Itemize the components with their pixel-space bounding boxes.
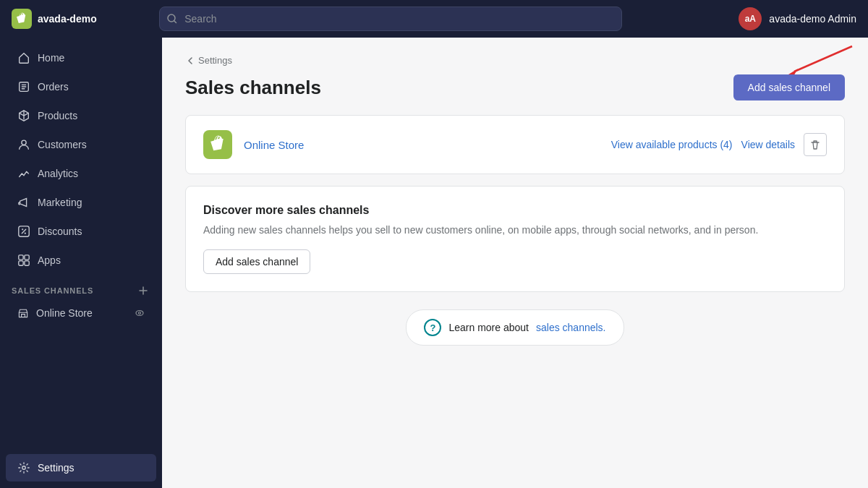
add-sales-channel-button[interactable]: Add sales channel	[733, 74, 845, 100]
marketing-icon	[17, 196, 30, 209]
delete-channel-button[interactable]	[804, 133, 827, 156]
online-store-logo-icon	[203, 130, 232, 159]
search-input[interactable]	[159, 7, 622, 31]
sidebar-channel-online-store[interactable]: Online Store	[6, 301, 156, 325]
learn-more-text: Learn more about	[448, 322, 529, 333]
breadcrumb-text: Settings	[198, 55, 232, 66]
products-icon	[17, 109, 30, 122]
topnav-username: avada-demo Admin	[769, 13, 856, 25]
sidebar-item-products[interactable]: Products	[6, 102, 156, 129]
sidebar-label-apps: Apps	[38, 254, 61, 266]
sidebar-item-analytics[interactable]: Analytics	[6, 160, 156, 187]
sidebar-item-home[interactable]: Home	[6, 44, 156, 72]
analytics-icon	[17, 167, 30, 180]
learn-more-wrapper: ? Learn more about sales channels.	[185, 309, 845, 346]
page-title: Sales channels	[185, 77, 321, 99]
view-products-link[interactable]: View available products (4)	[611, 139, 733, 150]
topnav-right: aA avada-demo Admin	[739, 7, 856, 30]
add-sales-channel-sidebar-btn[interactable]	[136, 283, 150, 298]
svg-point-11	[22, 466, 26, 470]
sidebar-label-home: Home	[38, 52, 64, 64]
sidebar-label-products: Products	[38, 110, 77, 121]
sidebar-item-discounts[interactable]: Discounts	[6, 218, 156, 245]
plus-icon	[138, 286, 148, 296]
sidebar-label-marketing: Marketing	[38, 197, 82, 208]
store-icon	[17, 307, 29, 319]
chevron-left-icon	[185, 56, 195, 66]
sidebar-item-apps[interactable]: Apps	[6, 247, 156, 274]
topnav: avada-demo aA avada-demo Admin	[0, 0, 868, 38]
apps-icon	[17, 254, 30, 267]
sidebar-label-discounts: Discounts	[38, 226, 82, 237]
discover-add-channel-button[interactable]: Add sales channel	[203, 249, 310, 274]
settings-icon	[17, 461, 30, 474]
trash-icon	[809, 139, 821, 150]
home-icon	[17, 51, 30, 64]
online-store-row: Online Store View available products (4)…	[186, 116, 844, 174]
svg-rect-7	[19, 261, 23, 265]
brand[interactable]: avada-demo	[12, 9, 97, 29]
orders-icon	[17, 80, 30, 93]
page-header: Sales channels Add sales channel	[185, 74, 845, 100]
sidebar-label-analytics: Analytics	[38, 168, 78, 179]
discover-desc: Adding new sales channels helps you sell…	[203, 223, 827, 238]
search-bar[interactable]	[159, 7, 622, 31]
breadcrumb[interactable]: Settings	[185, 55, 845, 66]
online-store-card: Online Store View available products (4)…	[185, 115, 845, 174]
add-channel-wrapper: Add sales channel	[733, 74, 845, 100]
svg-point-9	[136, 311, 143, 316]
main-content: Settings Sales channels Add sales channe…	[162, 38, 868, 488]
svg-rect-6	[25, 255, 29, 260]
discover-card: Discover more sales channels Adding new …	[185, 186, 845, 292]
customers-icon	[17, 138, 30, 151]
sales-channels-label: SALES CHANNELS	[12, 286, 93, 295]
discover-content: Discover more sales channels Adding new …	[186, 187, 844, 291]
svg-rect-8	[25, 261, 29, 265]
online-store-actions: View available products (4) View details	[611, 133, 827, 156]
sidebar-item-orders[interactable]: Orders	[6, 73, 156, 100]
svg-point-10	[139, 312, 141, 314]
help-icon: ?	[424, 319, 441, 336]
sidebar-item-customers[interactable]: Customers	[6, 131, 156, 158]
sales-channels-section: SALES CHANNELS	[0, 275, 162, 301]
online-store-name[interactable]: Online Store	[244, 139, 600, 151]
discounts-icon	[17, 225, 30, 238]
avatar[interactable]: aA	[739, 7, 762, 30]
sales-channels-link[interactable]: sales channels.	[536, 322, 606, 333]
learn-more-pill: ? Learn more about sales channels.	[406, 309, 624, 346]
discover-title: Discover more sales channels	[203, 204, 827, 217]
search-icon	[166, 13, 178, 25]
eye-icon	[135, 308, 145, 318]
channel-left: Online Store	[17, 307, 93, 319]
sidebar-item-marketing[interactable]: Marketing	[6, 189, 156, 216]
shopify-logo-icon	[12, 9, 32, 29]
view-details-link[interactable]: View details	[741, 139, 795, 150]
channel-label-online-store: Online Store	[36, 307, 93, 319]
sidebar-label-settings: Settings	[38, 462, 75, 474]
brand-name: avada-demo	[38, 13, 97, 25]
svg-rect-5	[19, 255, 23, 260]
sidebar-label-orders: Orders	[38, 81, 69, 93]
svg-point-3	[22, 140, 26, 145]
sidebar-item-settings[interactable]: Settings	[6, 454, 156, 481]
sidebar: Home Orders Products Customers	[0, 38, 162, 488]
sidebar-label-customers: Customers	[38, 139, 87, 150]
